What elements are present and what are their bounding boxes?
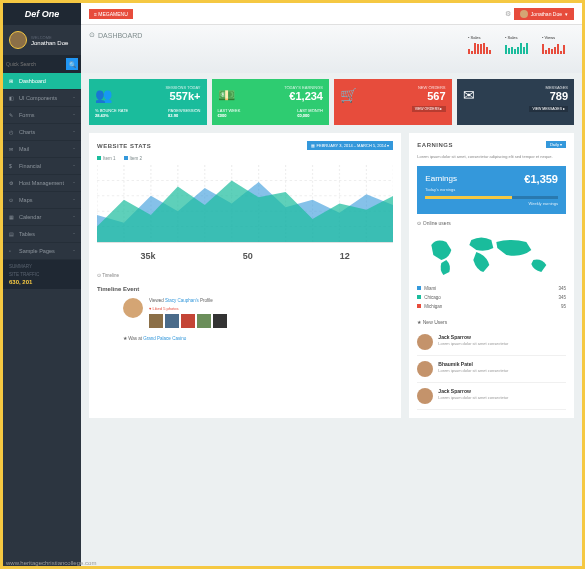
profile-block[interactable]: WELCOME Jonathan Doe (3, 25, 81, 55)
panel-title: WEBSITE STATS (97, 143, 151, 149)
sidebar-item-financial[interactable]: $Financial˅ (3, 158, 81, 175)
place-link[interactable]: Grand Palace Casino (143, 336, 186, 341)
stat-card: 👥SESSIONS TODAY557k+% BOUNCE RATE28.43%P… (89, 79, 207, 125)
sidebar-item-ui-components[interactable]: ◧UI Components˅ (3, 90, 81, 107)
menu-icon: ⊞ (9, 78, 15, 84)
watermark: www.heritagechristiancollege.com (6, 560, 96, 566)
sidebar: Def One WELCOME Jonathan Doe 🔍 ⊞Dashboar… (3, 3, 81, 566)
stat-card: ✉MESSAGES789VIEW MESSAGES ▸ (457, 79, 575, 125)
timeline-panel: Timeline Event Viewed Stacy Cauphan's Pr… (97, 286, 393, 341)
summary-block: SUMMARY SITE TRAFFIC 630, 201 (3, 260, 81, 289)
stat-card: 🛒NEW ORDERS567VIEW ORDERS ▸ (334, 79, 452, 125)
megamenu-button[interactable]: ≡ MEGAMENU (89, 9, 133, 19)
photo-thumb[interactable] (181, 314, 195, 328)
daily-dropdown[interactable]: Daily ▾ (546, 141, 566, 148)
menu-icon: ✎ (9, 112, 15, 118)
avatar (123, 298, 143, 318)
menu-icon: ▤ (9, 231, 15, 237)
topbar: ≡ MEGAMENU ⚙ Jonathan Doe ▾ (81, 3, 582, 25)
photo-thumb[interactable] (213, 314, 227, 328)
photo-thumb[interactable] (149, 314, 163, 328)
sidebar-item-tables[interactable]: ▤Tables˅ (3, 226, 81, 243)
avatar-icon (520, 10, 528, 18)
menu-icon: ⊙ (9, 197, 15, 203)
search-button[interactable]: 🔍 (66, 58, 78, 70)
earnings-panel: EARNINGS Daily ▾ Lorem ipsum dolor sit a… (409, 133, 574, 418)
website-stats-panel: WEBSITE STATS ▦ FEBRUARY 3, 2014 – MARCH… (89, 133, 401, 418)
photo-thumb[interactable] (197, 314, 211, 328)
stat-card: 💵TODAY'S EARNINGS€1,234LAST WEEK€000LAST… (212, 79, 330, 125)
menu-icon: ✉ (9, 146, 15, 152)
brand-logo: Def One (3, 3, 81, 25)
sidebar-item-mail[interactable]: ✉Mail˅ (3, 141, 81, 158)
area-chart (97, 165, 393, 243)
sidebar-item-forms[interactable]: ✎Forms˅ (3, 107, 81, 124)
gear-icon[interactable]: ⚙ (505, 10, 511, 18)
timeline-toggle[interactable]: ⊙ Timeline (97, 273, 393, 278)
search-box: 🔍 (3, 55, 81, 73)
world-map[interactable] (417, 230, 566, 280)
avatar (9, 31, 27, 49)
map-legend-row: Chicago345 (417, 293, 566, 302)
sparkline: • Views (542, 35, 574, 54)
map-legend-row: Michigan95 (417, 302, 566, 311)
earnings-card: Earnings €1,359 Today's earnings Weekly … (417, 166, 566, 214)
menu-icon: ▫ (9, 248, 15, 254)
sparkline: • Sales (468, 35, 500, 54)
dashboard-icon: ⊙ (89, 31, 95, 39)
chart-legend: Item 1 Item 2 (97, 156, 393, 161)
sparkline: • Sales (505, 35, 537, 54)
sidebar-item-dashboard[interactable]: ⊞Dashboard (3, 73, 81, 90)
view-button[interactable]: VIEW MESSAGES ▸ (529, 106, 568, 112)
menu-icon: $ (9, 163, 15, 169)
username: Jonathan Doe (31, 40, 68, 46)
sidebar-item-host-management[interactable]: ⚙Host Management˅ (3, 175, 81, 192)
feed-item[interactable]: Jack SparrowLorem ipsum dolor sit amet c… (417, 383, 566, 410)
sidebar-item-maps[interactable]: ⊙Maps˅ (3, 192, 81, 209)
avatar (417, 388, 433, 404)
avatar (417, 361, 433, 377)
menu-icon: ◧ (9, 95, 15, 101)
date-range-button[interactable]: ▦ FEBRUARY 3, 2014 – MARCH 5, 2014 ▾ (307, 141, 393, 150)
search-input[interactable] (6, 61, 66, 67)
photo-thumb[interactable] (165, 314, 179, 328)
menu-icon: ▦ (9, 214, 15, 220)
feed-item[interactable]: Bhaumik PatelLorem ipsum dolor sit amet … (417, 356, 566, 383)
profile-link[interactable]: Stacy Cauphan's (165, 298, 199, 303)
avatar (417, 334, 433, 350)
sidebar-item-charts[interactable]: ◴Charts˅ (3, 124, 81, 141)
view-button[interactable]: VIEW ORDERS ▸ (412, 106, 446, 112)
sidebar-item-calendar[interactable]: ▦Calendar˅ (3, 209, 81, 226)
user-chip[interactable]: Jonathan Doe ▾ (514, 8, 574, 20)
menu-icon: ⚙ (9, 180, 15, 186)
page-banner: ⊙ DASHBOARD • Sales• Sales• Views (81, 25, 582, 73)
sidebar-item-sample-pages[interactable]: ▫Sample Pages˅ (3, 243, 81, 260)
menu-icon: ◴ (9, 129, 15, 135)
feed-item[interactable]: Jack SparrowLorem ipsum dolor sit amet c… (417, 329, 566, 356)
map-legend-row: Miami345 (417, 284, 566, 293)
main-content: ≡ MEGAMENU ⚙ Jonathan Doe ▾ ⊙ DASHBOARD … (81, 3, 582, 566)
